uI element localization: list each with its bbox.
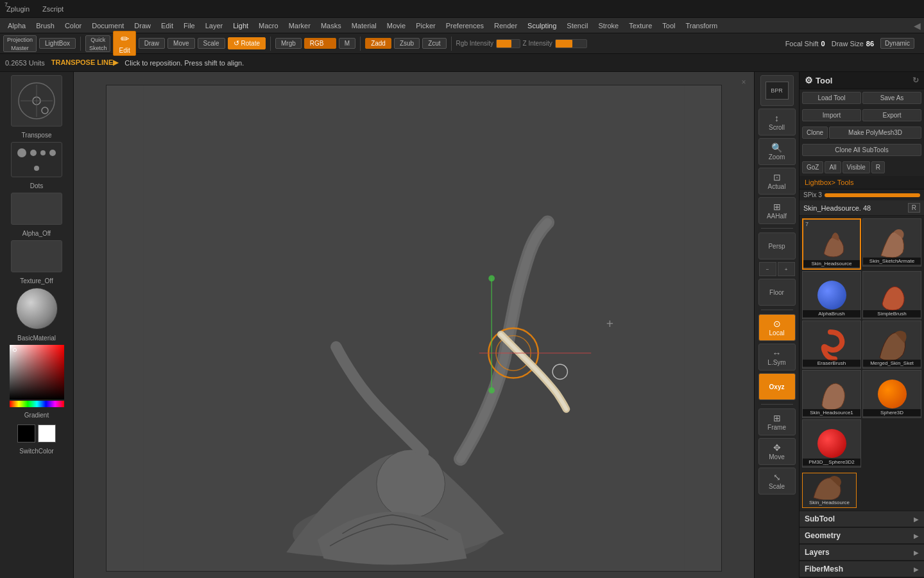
menu-sculpting[interactable]: Sculpting [523, 21, 561, 31]
menu-document[interactable]: Document [87, 21, 128, 31]
mrgb-btn[interactable]: Mrgb [275, 38, 302, 49]
spix-slider[interactable] [825, 193, 920, 197]
frame-button[interactable]: ⊞ Frame [758, 408, 796, 435]
persp-sub[interactable]: − [759, 262, 776, 276]
viewport-content[interactable]: + [107, 85, 721, 571]
draw-btn[interactable]: Draw [139, 38, 165, 49]
menu-movie[interactable]: Movie [382, 21, 410, 31]
persp-button[interactable]: Persp [758, 232, 796, 259]
m-btn[interactable]: M [339, 38, 355, 49]
aahalf-button[interactable]: ⊞ AAHalf [758, 197, 796, 224]
fibermesh-section-header[interactable]: FiberMesh ▶ [800, 561, 924, 577]
swatch-black[interactable] [17, 425, 35, 442]
zscript-menu[interactable]: Zscript [42, 5, 64, 13]
goz-button[interactable]: GoZ [802, 161, 823, 173]
menu-transform[interactable]: Transform [681, 21, 722, 31]
clone-button[interactable]: Clone [802, 127, 828, 139]
quick-sketch-btn[interactable]: QuickSketch [85, 35, 111, 52]
move-btn[interactable]: Move [167, 38, 194, 49]
menu-edit[interactable]: Edit [157, 21, 178, 31]
tool-thumb-pm3d-sphere[interactable]: PM3D__Sphere3D2 [802, 419, 861, 468]
actual-button[interactable]: ⊡ Actual [758, 168, 796, 195]
import-button[interactable]: Import [802, 109, 861, 121]
menu-texture[interactable]: Texture [624, 21, 656, 31]
menu-brush[interactable]: Brush [31, 21, 59, 31]
canvas-area[interactable]: + × [74, 72, 754, 578]
rotate-btn[interactable]: ↺ Rotate [228, 37, 266, 49]
transpose-tool[interactable] [11, 75, 62, 127]
all-button[interactable]: All [825, 161, 841, 173]
geometry-section-header[interactable]: Geometry ▶ [800, 527, 924, 544]
menu-stroke[interactable]: Stroke [594, 21, 623, 31]
color-gradient[interactable] [10, 345, 64, 399]
tool-thumb-sketch-armate[interactable]: Skin_SketchArmate [862, 218, 921, 267]
z-intensity-slider[interactable] [555, 39, 587, 48]
scale-vp-button[interactable]: ⤡ Scale [758, 468, 796, 495]
swatch-white[interactable] [38, 425, 56, 442]
bottom-selected-thumb[interactable]: 7 Skin_Headsource [802, 473, 857, 508]
menu-stencil[interactable]: Stencil [562, 21, 592, 31]
save-as-button[interactable]: Save As [862, 92, 921, 104]
zadd-btn[interactable]: Zadd [365, 38, 391, 49]
menu-layer[interactable]: Layer [201, 21, 228, 31]
collapse-icon[interactable]: ◀ [914, 21, 921, 31]
subtool-section-header[interactable]: SubTool ▶ [800, 511, 924, 527]
texture-preview[interactable] [11, 240, 62, 272]
lightbox-btn[interactable]: LightBox [39, 38, 76, 49]
bpr-button[interactable]: BPR [760, 75, 794, 106]
corner-close[interactable]: × [739, 77, 749, 87]
scale-btn[interactable]: Scale [198, 38, 225, 49]
menu-macro[interactable]: Macro [254, 21, 283, 31]
menu-color[interactable]: Color [60, 21, 86, 31]
load-tool-button[interactable]: Load Tool [802, 92, 861, 104]
tool-thumb-skin-head1[interactable]: Skin_Headsource1 [802, 370, 861, 418]
menu-render[interactable]: Render [490, 21, 522, 31]
zplugin-menu[interactable]: Zplugin [6, 5, 30, 13]
export-button[interactable]: Export [862, 109, 921, 121]
tool-thumb-alpha-brush[interactable]: AlphaBrush [802, 271, 861, 319]
visible-button[interactable]: Visible [843, 161, 870, 173]
layers-section-header[interactable]: Layers ▶ [800, 544, 924, 561]
menu-picker[interactable]: Picker [411, 21, 440, 31]
zcut-btn[interactable]: Zcut [422, 38, 446, 49]
hue-bar[interactable] [10, 401, 64, 407]
menu-marker[interactable]: Marker [284, 21, 315, 31]
persp-add[interactable]: + [778, 262, 795, 276]
r-badge[interactable]: R [908, 203, 920, 213]
r-button[interactable]: R [871, 161, 885, 173]
menu-material[interactable]: Material [347, 21, 381, 31]
scroll-button[interactable]: ↕ Scroll [758, 109, 796, 136]
menu-draw[interactable]: Draw [130, 21, 155, 31]
rgb-intensity-slider[interactable] [496, 39, 520, 48]
rgb-col-btn[interactable]: RGB [304, 38, 336, 49]
color-picker-area[interactable] [10, 345, 64, 407]
tool-thumb-eraser-brush[interactable]: EraserBrush [802, 320, 861, 369]
alpha-preview[interactable] [11, 193, 62, 225]
edit-btn[interactable]: ✏ Edit [113, 31, 135, 56]
dynamic-button[interactable]: Dynamic [880, 38, 914, 49]
zoom-button[interactable]: 🔍 Zoom [758, 138, 796, 165]
lightbox-tools-label[interactable]: Lightbox> Tools [800, 176, 924, 189]
menu-tool[interactable]: Tool [658, 21, 680, 31]
floor-button[interactable]: Floor [758, 279, 796, 306]
tool-panel-refresh[interactable]: ↻ [912, 76, 919, 85]
tool-thumb-simple-brush[interactable]: SimpleBrush [862, 271, 921, 319]
move-vp-button[interactable]: ✥ Move [758, 438, 796, 465]
menu-masks[interactable]: Masks [316, 21, 346, 31]
tool-thumb-sphere3d[interactable]: Sphere3D [862, 370, 921, 418]
local-button[interactable]: ⊙ Local [758, 314, 796, 341]
projection-master-btn[interactable]: ProjectionMaster [3, 35, 37, 52]
menu-light[interactable]: Light [228, 21, 253, 31]
clone-all-subtools-button[interactable]: Clone All SubTools [802, 144, 921, 156]
zsub-btn[interactable]: Zsub [394, 38, 420, 49]
menu-alpha[interactable]: Alpha [3, 21, 30, 31]
menu-preferences[interactable]: Preferences [441, 21, 488, 31]
make-polymesh-button[interactable]: Make PolyMesh3D [829, 127, 921, 139]
menu-file[interactable]: File [179, 21, 200, 31]
dots-preview[interactable] [11, 142, 62, 177]
tool-thumb-merged-skin[interactable]: Merged_Skin_Sket [862, 320, 921, 369]
lsym-button[interactable]: ↔ L.Sym [758, 344, 796, 371]
tool-thumb-skin-head[interactable]: 7 Skin_Headsource [802, 218, 861, 270]
oxyz-button[interactable]: Oxyz [758, 373, 796, 400]
material-sphere[interactable] [16, 288, 58, 329]
